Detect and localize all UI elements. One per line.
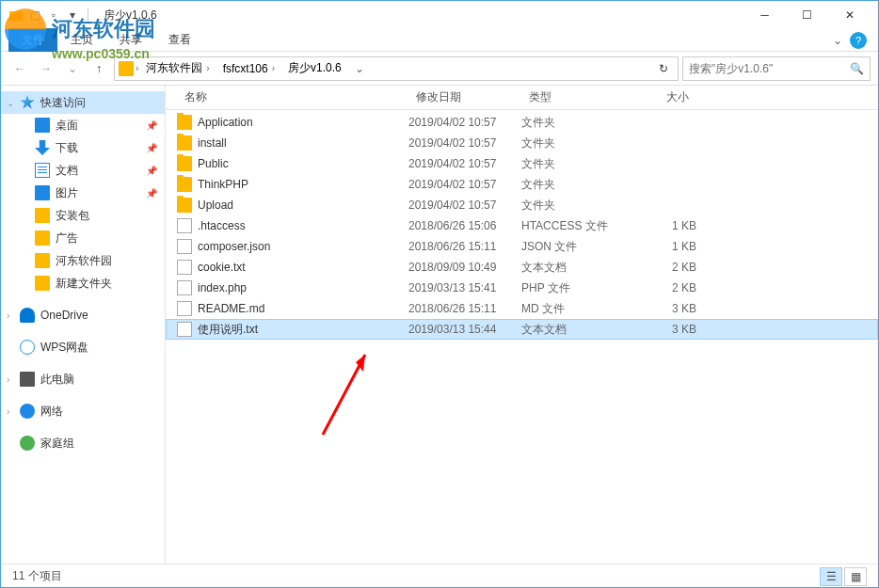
forward-button[interactable]: → [35,57,57,80]
sidebar-ads[interactable]: 广告 [1,227,165,249]
chevron-down-icon[interactable]: ⌄ [7,98,14,108]
icons-view-button[interactable]: ▦ [844,567,867,586]
sidebar-homegroup[interactable]: 家庭组 [1,432,165,454]
folder-icon [35,230,50,246]
file-date: 2019/04/02 10:57 [408,116,521,129]
breadcrumb-segment: 房少v1.0.6 [282,58,347,78]
file-size: 2 KB [634,281,696,294]
up-button[interactable]: ↑ [88,57,110,80]
file-date: 2018/06/26 15:06 [408,219,521,232]
file-row[interactable]: Upload 2019/04/02 10:57 文件夹 [166,195,878,215]
file-type: 文本文档 [521,260,634,276]
wps-icon [20,340,35,355]
sidebar-wps[interactable]: WPS网盘 [1,336,165,358]
tab-home[interactable]: 主页 [57,28,106,52]
column-size[interactable]: 大小 [634,89,696,105]
network-icon [20,404,35,419]
column-name[interactable]: 名称 [177,89,408,105]
sidebar-documents[interactable]: 文档 📌 [1,159,165,182]
close-button[interactable]: ✕ [828,2,871,28]
file-type: 文件夹 [521,198,634,214]
download-icon [35,140,50,155]
column-date[interactable]: 修改日期 [408,89,521,105]
file-row[interactable]: composer.json 2018/06/26 15:11 JSON 文件 1… [166,236,878,257]
file-type: HTACCESS 文件 [521,218,634,234]
folder-icon [35,276,50,291]
folder-icon [177,156,192,171]
titlebar: ▢ ▫ ▾ 房少v1.0.6 ─ ☐ ✕ [1,1,878,29]
item-count: 11 个项目 [12,568,62,584]
pin-icon: 📌 [146,120,157,131]
breadcrumb-dropdown-icon[interactable]: ⌄ [349,62,370,75]
pc-icon [20,372,35,387]
file-date: 2018/06/26 15:11 [408,240,521,253]
chevron-right-icon[interactable]: › [136,63,138,73]
folder-icon [8,8,24,23]
breadcrumb[interactable]: › 河东软件园› fsfcxt106› 房少v1.0.6 ⌄ ↻ [114,56,679,81]
sidebar-new-folder[interactable]: 新建文件夹 [1,272,165,294]
sidebar-install-pkg[interactable]: 安装包 [1,204,165,227]
file-icon [177,260,192,275]
star-icon [20,95,35,110]
folder-icon [35,208,50,223]
sidebar-onedrive[interactable]: › OneDrive [1,304,165,326]
column-type[interactable]: 类型 [521,89,634,105]
chevron-right-icon[interactable]: › [7,374,9,385]
search-input[interactable]: 🔍 [682,56,871,81]
document-icon [35,163,50,178]
file-name: Upload [198,199,408,212]
file-row[interactable]: install 2019/04/02 10:57 文件夹 [166,133,878,153]
file-size: 3 KB [634,323,696,336]
tab-file[interactable]: 文件 [8,28,57,52]
file-row[interactable]: .htaccess 2018/06/26 15:06 HTACCESS 文件 1… [166,215,878,236]
chevron-right-icon[interactable]: › [7,310,9,321]
file-row[interactable]: index.php 2019/03/13 15:41 PHP 文件 2 KB [166,278,878,298]
file-row[interactable]: Public 2019/04/02 10:57 文件夹 [166,153,878,174]
sidebar-this-pc[interactable]: › 此电脑 [1,368,165,390]
file-row[interactable]: 使用说明.txt 2019/03/13 15:44 文本文档 3 KB [166,319,878,340]
refresh-icon[interactable]: ↻ [653,62,674,75]
annotation-arrow [318,345,375,439]
file-date: 2019/04/02 10:57 [408,199,521,212]
folder-icon [177,177,192,192]
sidebar-desktop[interactable]: 桌面 📌 [1,114,165,136]
file-type: JSON 文件 [521,239,634,255]
tab-share[interactable]: 共享 [106,28,155,52]
back-button[interactable]: ← [8,57,31,80]
file-icon [177,218,192,233]
file-date: 2019/04/02 10:57 [408,136,521,150]
tab-view[interactable]: 查看 [155,28,204,52]
details-view-button[interactable]: ☰ [820,567,842,586]
sidebar-downloads[interactable]: 下载 📌 [1,136,165,159]
file-icon [177,301,192,316]
file-date: 2019/03/13 15:41 [408,281,521,294]
qat-dropdown-icon[interactable]: ▾ [65,8,80,23]
search-icon[interactable]: 🔍 [850,62,864,75]
maximize-button[interactable]: ☐ [786,2,828,28]
file-list[interactable]: Application 2019/04/02 10:57 文件夹 install… [166,110,878,564]
properties-icon[interactable]: ▢ [27,8,42,23]
file-row[interactable]: cookie.txt 2018/09/09 10:49 文本文档 2 KB [166,257,878,278]
history-dropdown[interactable]: ⌄ [61,57,84,80]
sidebar-hedong[interactable]: 河东软件园 [1,249,165,272]
breadcrumb-segment: fsfcxt106› [217,60,280,77]
sidebar-quick-access[interactable]: ⌄ 快速访问 [1,91,165,114]
pin-icon: 📌 [146,166,157,176]
file-name: install [198,136,408,150]
ribbon-expand-icon[interactable]: ⌄ [833,34,842,47]
help-icon[interactable]: ? [850,32,867,49]
file-name: Application [198,116,408,129]
sidebar-network[interactable]: › 网络 [1,400,165,422]
chevron-right-icon[interactable]: › [7,406,9,417]
file-row[interactable]: Application 2019/04/02 10:57 文件夹 [166,112,878,133]
file-row[interactable]: README.md 2018/06/26 15:11 MD 文件 3 KB [166,298,878,319]
navigation-pane: ⌄ 快速访问 桌面 📌 下载 📌 文档 📌 图片 📌 安装包 [1,86,166,564]
minimize-button[interactable]: ─ [743,2,786,28]
navigation-bar: ← → ⌄ ↑ › 河东软件园› fsfcxt106› 房少v1.0.6 ⌄ ↻… [1,52,878,86]
onedrive-icon [20,308,35,323]
file-row[interactable]: ThinkPHP 2019/04/02 10:57 文件夹 [166,174,878,195]
new-folder-icon[interactable]: ▫ [46,8,61,23]
sidebar-pictures[interactable]: 图片 📌 [1,182,165,204]
search-field[interactable] [689,62,850,75]
file-date: 2019/04/02 10:57 [408,157,521,170]
